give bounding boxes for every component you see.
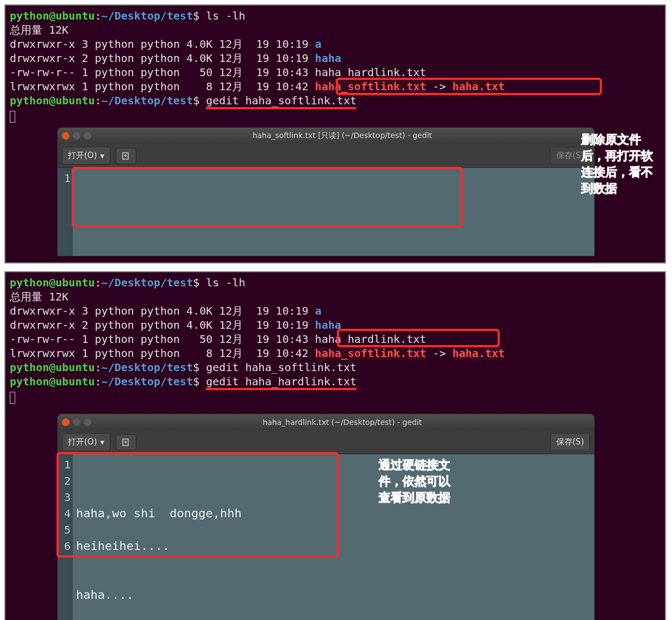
- chevron-down-icon: ▾: [101, 437, 105, 447]
- save-button[interactable]: 保存(S): [550, 433, 590, 451]
- window-title: haha_hardlink.txt (~/Desktop/test) - ged…: [95, 418, 590, 427]
- screenshot-panel-1: python@ubuntu:~/Desktop/test$ ls -lh 总用量…: [4, 4, 666, 264]
- chevron-down-icon: ▾: [101, 151, 105, 161]
- command-ls: ls -lh: [206, 9, 245, 22]
- line-number-gutter: 1: [58, 168, 73, 256]
- annotation-hardlink-has-data: 通过硬链接文 件，依然可以 查看到原数据: [379, 457, 450, 506]
- new-tab-icon: [122, 152, 130, 160]
- new-tab-icon: [122, 438, 130, 447]
- terminal-line[interactable]: python@ubuntu:~/Desktop/test$ ls -lh: [10, 275, 661, 290]
- prompt-user: python@ubuntu: [10, 9, 95, 22]
- command-gedit-hardlink: gedit haha_hardlink.txt: [206, 376, 356, 390]
- open-button[interactable]: 打开(O)▾: [62, 147, 110, 165]
- terminal-total: 总用量 12K: [10, 23, 661, 37]
- maximize-icon[interactable]: [84, 132, 91, 140]
- gedit-titlebar[interactable]: haha_hardlink.txt (~/Desktop/test) - ged…: [58, 414, 594, 430]
- gedit-titlebar[interactable]: haha_softlink.txt [只读] (~/Desktop/test) …: [58, 128, 594, 144]
- gedit-toolbar: 打开(O)▾ 保存(S): [58, 430, 594, 454]
- gedit-body: 1: [58, 168, 594, 256]
- ls-entry: lrwxrwxrwx 1 python python 8 12月 19 10:4…: [10, 79, 661, 93]
- editor-text-area[interactable]: [73, 168, 594, 256]
- terminal-cursor: [10, 111, 15, 123]
- gedit-toolbar: 打开(O)▾ 保存(S): [58, 144, 594, 168]
- gedit-window-hardlink[interactable]: haha_hardlink.txt (~/Desktop/test) - ged…: [58, 414, 594, 620]
- maximize-icon[interactable]: [84, 418, 91, 426]
- ls-entry: -rw-rw-r-- 1 python python 50 12月 19 10:…: [10, 332, 661, 346]
- editor-line: heiheihei....: [76, 538, 591, 554]
- ls-entry: drwxrwxr-x 2 python python 4.0K 12月 19 1…: [10, 318, 661, 332]
- editor-line: [76, 522, 591, 538]
- terminal-total: 总用量 12K: [10, 290, 661, 304]
- prompt-path: ~/Desktop/test: [102, 9, 193, 22]
- command-gedit-softlink: gedit haha_softlink.txt: [206, 95, 356, 109]
- ls-entry: lrwxrwxrwx 1 python python 8 12月 19 10:4…: [10, 346, 661, 360]
- editor-text-area[interactable]: haha,wo shi dongge,hhh heiheihei.... hah…: [73, 454, 594, 620]
- new-tab-button[interactable]: [116, 434, 136, 450]
- terminal-line[interactable]: python@ubuntu:~/Desktop/test$ ls -lh: [10, 9, 661, 23]
- line-number-gutter: 123456: [58, 454, 73, 620]
- minimize-icon[interactable]: [73, 132, 80, 140]
- close-icon[interactable]: [62, 132, 70, 140]
- minimize-icon[interactable]: [73, 418, 80, 426]
- terminal-line[interactable]: python@ubuntu:~/Desktop/test$ gedit haha…: [10, 374, 661, 390]
- gedit-window-softlink[interactable]: haha_softlink.txt [只读] (~/Desktop/test) …: [58, 128, 594, 256]
- annotation-softlink-empty: 删除原文件 后，再打开软 连接后，看不 到数据: [581, 131, 653, 197]
- editor-line: haha....: [76, 587, 591, 603]
- ls-entry: -rw-rw-r-- 1 python python 50 12月 19 10:…: [10, 65, 661, 79]
- command-gedit-softlink: gedit haha_softlink.txt: [206, 361, 356, 374]
- ls-entry: drwxrwxr-x 3 python python 4.0K 12月 19 1…: [10, 304, 661, 318]
- window-title: haha_softlink.txt [只读] (~/Desktop/test) …: [95, 131, 590, 141]
- screenshot-panel-2: python@ubuntu:~/Desktop/test$ ls -lh 总用量…: [4, 271, 666, 620]
- close-icon[interactable]: [62, 418, 70, 426]
- ls-entry: drwxrwxr-x 2 python python 4.0K 12月 19 1…: [10, 51, 661, 65]
- highlight-empty-content: [72, 167, 463, 228]
- gedit-body: 123456 haha,wo shi dongge,hhh heiheihei.…: [58, 454, 594, 620]
- ls-entry: drwxrwxr-x 3 python python 4.0K 12月 19 1…: [10, 37, 661, 51]
- new-tab-button[interactable]: [116, 148, 136, 164]
- command-ls: ls -lh: [206, 276, 245, 289]
- terminal-line[interactable]: python@ubuntu:~/Desktop/test$ gedit haha…: [10, 360, 661, 374]
- terminal-line[interactable]: python@ubuntu:~/Desktop/test$ gedit haha…: [10, 93, 661, 109]
- editor-line: [76, 554, 591, 571]
- terminal-cursor: [10, 392, 15, 404]
- editor-line: haha,wo shi dongge,hhh: [76, 505, 591, 522]
- open-button[interactable]: 打开(O)▾: [62, 433, 110, 451]
- editor-line: [76, 571, 591, 587]
